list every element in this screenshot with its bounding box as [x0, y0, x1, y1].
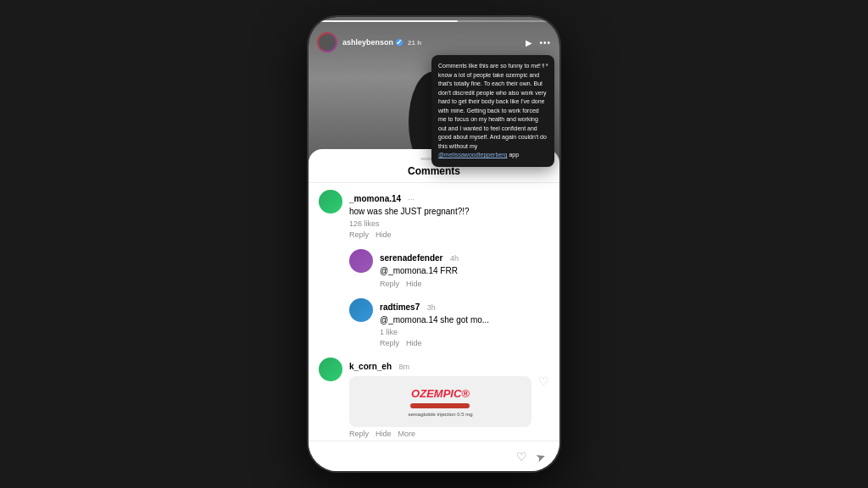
avatar-image: [319, 34, 336, 51]
ozempic-tagline: semaglutide injection 0.5 mg: [408, 412, 472, 417]
reply-username[interactable]: serenadefender: [380, 253, 442, 263]
story-header: ashleybenson ✓ 21 h ▶ •••: [309, 17, 559, 59]
reply-item-2: radtimes7 3h @_momona.14 she got mo... 1…: [349, 298, 549, 347]
avatar-image: [319, 190, 342, 214]
reply-actions-2: Reply Hide: [380, 339, 549, 347]
comment-time-2: 8m: [398, 363, 409, 371]
reply-time-2: 3h: [427, 303, 436, 312]
reply-likes-2: 1 like: [380, 328, 549, 336]
ozempic-image-box: OZEMPIC® semaglutide injection 0.5 mg: [349, 376, 531, 427]
avatar-image: [349, 249, 373, 273]
more-action[interactable]: More: [398, 430, 416, 438]
comment-time: ···: [409, 195, 415, 203]
reply-body-2: radtimes7 3h @_momona.14 she got mo... 1…: [380, 298, 549, 347]
reply-avatar-2[interactable]: [349, 298, 373, 322]
like-heart-icon[interactable]: ♡: [538, 374, 549, 388]
comment-username[interactable]: _momona.14: [349, 194, 401, 203]
phone-frame: ashleybenson ✓ 21 h ▶ ••• ••• Comments l…: [307, 15, 561, 473]
comment-username-2[interactable]: k_corn_eh: [349, 362, 392, 371]
hide-action[interactable]: Hide: [406, 339, 422, 347]
username-text[interactable]: ashleybenson: [342, 38, 393, 47]
reply-action[interactable]: Reply: [349, 230, 369, 239]
play-button[interactable]: ▶: [526, 38, 532, 47]
heart-icon[interactable]: ♡: [516, 450, 527, 463]
username-row: ashleybenson ✓ 21 h: [342, 38, 526, 47]
profile-info: ashleybenson ✓ 21 h: [342, 38, 526, 47]
comment-likes: 126 likes: [349, 219, 549, 228]
ashley-reply-text: Comments like this are so funny to me. I…: [438, 62, 548, 160]
reply-action[interactable]: Reply: [349, 430, 369, 438]
more-button[interactable]: •••: [539, 38, 551, 47]
reply-text-2: @_momona.14 she got mo...: [380, 314, 549, 326]
ozempic-brand-name: OZEMPIC®: [408, 387, 472, 400]
comment-text: how was she JUST pregnant?!?: [349, 206, 549, 218]
reply-body: serenadefender 4h @_momona.14 FRR Reply …: [380, 249, 549, 288]
replies-container: serenadefender 4h @_momona.14 FRR Reply …: [349, 249, 549, 347]
comment-item: _momona.14 ··· how was she JUST pregnant…: [319, 190, 549, 239]
comment-avatar-2[interactable]: [319, 358, 342, 381]
verified-badge: ✓: [396, 39, 403, 46]
ashley-reply-link[interactable]: @melissawoodtepperberg: [438, 152, 507, 158]
hide-action[interactable]: Hide: [376, 430, 392, 438]
hide-action[interactable]: Hide: [376, 230, 392, 239]
comments-title: Comments: [408, 165, 460, 177]
reply-text: @_momona.14 FRR: [380, 265, 549, 277]
reply-actions: Reply Hide: [380, 280, 549, 288]
comments-scroll[interactable]: _momona.14 ··· how was she JUST pregnant…: [309, 183, 559, 463]
profile-avatar[interactable]: [317, 32, 337, 53]
reply-username-2[interactable]: radtimes7: [380, 302, 420, 312]
reply-action[interactable]: Reply: [380, 280, 399, 288]
story-background: ashleybenson ✓ 21 h ▶ ••• ••• Comments l…: [309, 17, 559, 169]
popup-more-options[interactable]: •••: [537, 60, 549, 69]
comments-panel: Comments _momona.14 ··· how was she JUST…: [309, 149, 559, 471]
reply-time: 4h: [450, 254, 459, 263]
send-icon[interactable]: ➤: [534, 448, 548, 464]
comment-avatar[interactable]: [319, 190, 342, 214]
ashley-reply-popup: ••• Comments like this are so funny to m…: [431, 55, 554, 167]
comment-actions: Reply Hide: [349, 230, 549, 239]
bottom-action-icons: ♡ ➤: [516, 450, 546, 463]
reply-action[interactable]: Reply: [380, 339, 399, 347]
reply-avatar[interactable]: [349, 249, 373, 273]
reply-item: serenadefender 4h @_momona.14 FRR Reply …: [349, 249, 549, 288]
time-ago: 21 h: [408, 39, 421, 47]
comment-body-2: k_corn_eh 8m OZEMPIC® semaglutide inject…: [349, 358, 531, 438]
avatar-image: [319, 358, 342, 381]
hide-action[interactable]: Hide: [406, 280, 422, 288]
story-actions: ▶ •••: [526, 38, 551, 47]
comment-item-2: k_corn_eh 8m OZEMPIC® semaglutide inject…: [319, 358, 549, 438]
avatar-image: [349, 298, 373, 322]
image-comment-actions: Reply Hide More: [349, 430, 531, 438]
comment-body: _momona.14 ··· how was she JUST pregnant…: [349, 190, 549, 239]
comments-bottom-bar: ♡ ➤: [309, 441, 559, 471]
